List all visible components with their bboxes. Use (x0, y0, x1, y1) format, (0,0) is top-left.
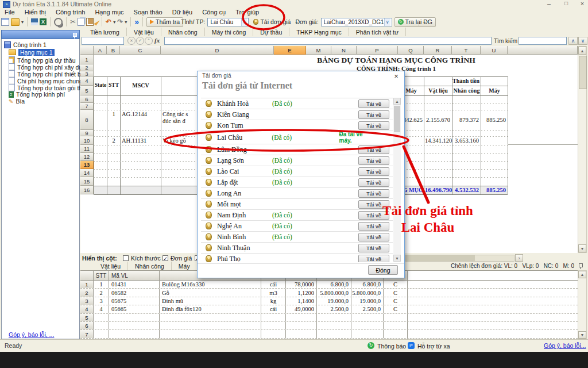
notification-status-icon[interactable]: ↻ (368, 342, 374, 349)
new-icon[interactable] (1, 18, 9, 26)
download-button[interactable]: Tải về (358, 145, 389, 154)
bottom-tab[interactable]: Nhân công (128, 262, 172, 270)
col-header-c[interactable]: C (120, 46, 161, 55)
download-button[interactable]: Tải về (358, 255, 389, 263)
document-tab[interactable]: Tiền lương (83, 28, 127, 36)
tra-lai-dg-button[interactable]: ↻ Tra lại ĐG (394, 17, 436, 27)
tree-item-bia[interactable]: ✎ Bìa (9, 98, 25, 105)
col-header-b[interactable]: B (107, 46, 120, 55)
thong-bao-label[interactable]: Thông báo (377, 343, 406, 350)
province-row[interactable]: Lâm Đồng Tải về (201, 144, 393, 155)
col-header-a[interactable]: A (94, 46, 107, 55)
menu-item[interactable]: File (5, 9, 15, 16)
material-row[interactable]: 11 01431Bulông M16x330 cái78,0000 6.800,… (80, 281, 578, 289)
col-header-blank[interactable] (508, 46, 578, 55)
province-row[interactable]: Ninh Bình (Đã có) Tải về (201, 232, 393, 243)
download-button[interactable]: Tải về (358, 121, 389, 130)
province-row[interactable]: Lào Cai (Đã có) Tải về (201, 166, 393, 177)
paste-icon[interactable] (86, 18, 94, 26)
save-icon[interactable] (31, 18, 38, 25)
province-row[interactable]: Kon Tum Tải về (201, 120, 393, 131)
kich-thuoc-checkbox[interactable] (123, 255, 129, 261)
don-gia-checkbox[interactable]: ✓ (163, 255, 168, 261)
close-button[interactable]: × (575, 0, 588, 7)
menu-item[interactable]: Công trình (56, 9, 85, 16)
format-brush-icon[interactable] (94, 18, 99, 25)
province-row[interactable]: Nam Định (Đã có) Tải về (201, 210, 393, 221)
bottom-tab[interactable]: Máy (172, 262, 198, 270)
download-button[interactable]: Tải về (358, 233, 389, 241)
province-row[interactable]: Ninh Thuận Tải về (201, 243, 393, 254)
col-header-p[interactable]: P (357, 46, 398, 55)
ho-tro-tu-xa-label[interactable]: Hỗ trợ từ xa (417, 343, 450, 350)
col-header-e-active[interactable]: E (274, 46, 306, 55)
tree-item-hang-muc[interactable]: Hạng mục 1 (9, 49, 55, 56)
tai-don-gia-button[interactable]: Tải đơn giá (251, 18, 293, 25)
material-vertical-scrollbar[interactable]: ▲ ▼ (578, 270, 587, 339)
horizontal-scrollbar[interactable] (405, 255, 514, 262)
find-input[interactable] (519, 37, 567, 45)
undo-dropdown-icon[interactable]: ▾ (113, 20, 115, 25)
document-tab[interactable]: Nhân công (161, 28, 205, 36)
col-header-u[interactable]: U (481, 46, 508, 55)
accept-icon[interactable]: ✓ (136, 37, 144, 45)
export-excel-icon[interactable]: X (40, 18, 47, 25)
province-row[interactable]: Lai Châu (Đã có) Đã tải về máy. (201, 131, 393, 144)
open-dropdown-icon[interactable]: ▾ (21, 20, 24, 25)
col-header-r[interactable]: R (424, 46, 452, 55)
scroll-up-icon[interactable]: ▲ (578, 47, 586, 55)
download-button[interactable]: Tải về (358, 178, 389, 187)
don-gia-combo[interactable]: LaiChau_2013XD_DG1892 ∨ (321, 18, 392, 26)
open-icon[interactable] (11, 18, 20, 26)
material-row-empty[interactable]: 6 (80, 322, 578, 330)
province-row[interactable]: Phú Thọ Tải về (201, 254, 393, 262)
download-button[interactable]: Tải về (358, 156, 389, 165)
remote-support-icon[interactable]: ⇄ (408, 342, 415, 349)
download-button[interactable]: Tải về (358, 211, 389, 220)
download-button[interactable]: Tải về (358, 110, 389, 119)
material-row[interactable]: 33 05675Đinh mũ kg1,1400 19.000,019.000,… (80, 297, 578, 305)
province-row[interactable]: Lắp đặt (Đã có) Tải về (201, 177, 393, 188)
undo-icon[interactable]: ↶ (106, 18, 111, 26)
col-header-t[interactable]: T (452, 46, 481, 55)
copy-icon[interactable] (78, 18, 84, 26)
find-prev-button[interactable]: ∧ (568, 37, 578, 45)
sheet-vertical-scrollbar[interactable]: ▲ ▼ (578, 46, 587, 253)
province-row[interactable]: Mối mọt Tải về (201, 199, 393, 210)
run-icon[interactable]: » (134, 17, 139, 26)
menu-item[interactable]: Hiển thị (25, 9, 46, 16)
material-row-empty[interactable]: 7 (80, 330, 578, 338)
tham-tra-button[interactable]: Thẩm tra (146, 17, 183, 27)
col-header-d[interactable]: D (161, 46, 274, 55)
document-tab[interactable]: Dự thầu (253, 28, 289, 36)
feedback-link-right[interactable]: Góp ý, báo lỗi... (544, 342, 586, 349)
scroll-up-icon[interactable]: ▲ (578, 271, 586, 278)
col-header-n[interactable]: N (331, 46, 357, 55)
menu-item[interactable]: Hạng mục (95, 9, 123, 16)
dialog-close-icon[interactable]: × (392, 72, 401, 80)
expand-icon[interactable]: ˆ (145, 37, 153, 45)
download-button[interactable]: Tải về (358, 200, 389, 209)
scroll-down-icon[interactable]: ▼ (578, 331, 586, 339)
formula-input[interactable] (164, 37, 492, 45)
hscrollbar-thumb[interactable] (406, 255, 475, 261)
document-tab[interactable]: THKP Hạng mục (289, 28, 349, 36)
material-row-empty[interactable]: 5 (80, 314, 578, 322)
scroll-right-icon[interactable]: › (515, 254, 523, 262)
document-tab[interactable]: Phân tích vật tư (349, 28, 406, 36)
tinh-tp-combo[interactable]: Lai Châu ∨ (207, 18, 249, 26)
scroll-down-icon[interactable]: ▼ (393, 255, 401, 262)
menu-item[interactable]: Soạn thảo (134, 9, 163, 16)
scrollbar-thumb[interactable] (394, 106, 400, 132)
dialog-scrollbar[interactable]: ▲ ▼ (393, 98, 401, 262)
document-tab[interactable]: Vật liệu (127, 28, 161, 36)
feedback-link-left[interactable]: Góp ý, báo lỗi, ... (9, 331, 54, 338)
province-row[interactable]: Long An Tải về (201, 188, 393, 199)
province-row[interactable]: Lạng Sơn (Đã có) Tải về (201, 155, 393, 166)
download-button[interactable]: Tải về (358, 99, 389, 108)
cancel-icon[interactable]: ✕ (127, 37, 136, 45)
download-button[interactable]: Tải về (358, 189, 389, 198)
download-button[interactable]: Tải về (358, 244, 389, 252)
province-row[interactable]: Kiên Giang Tải về (201, 109, 393, 120)
dong-button[interactable]: Đóng (368, 265, 398, 275)
